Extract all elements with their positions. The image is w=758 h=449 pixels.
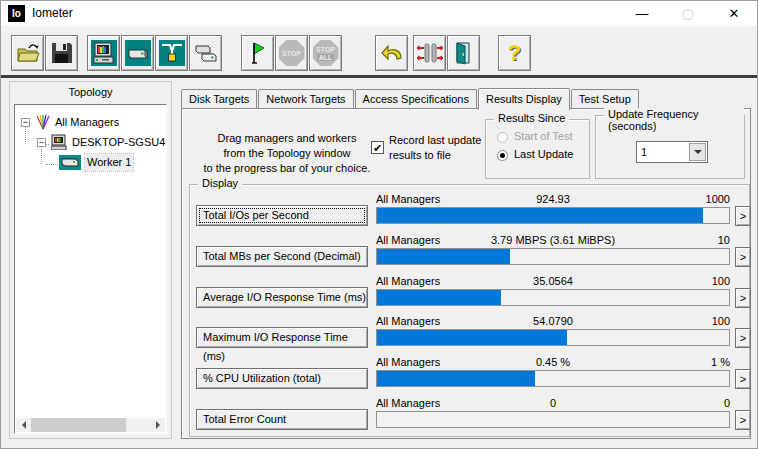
scroll-right-arrow-icon[interactable]: [150, 418, 165, 432]
toolbar: STOP STOPALL ?: [1, 26, 757, 75]
help-button[interactable]: ?: [498, 35, 531, 71]
exchange-arrows-icon: [417, 41, 443, 65]
duplicate-worker-button[interactable]: [189, 35, 222, 71]
maximum-io-response-time-button[interactable]: Maximum I/O Response Time (ms): [196, 327, 368, 348]
average-io-response-time-button[interactable]: Average I/O Response Time (ms): [196, 287, 368, 308]
all-managers-icon: [35, 114, 51, 130]
stop-icon: STOP: [279, 40, 305, 66]
tab-results-display[interactable]: Results Display: [478, 88, 570, 110]
total-ios-per-second-button[interactable]: Total I/Os per Second: [196, 205, 368, 226]
tree-horizontal-scrollbar[interactable]: [16, 418, 165, 432]
toolbar-divider: [1, 75, 757, 78]
display-title: Display: [198, 177, 242, 189]
expand-row-button[interactable]: >: [735, 410, 751, 430]
topology-tree: − All Managers − DESKTOP-SGSU4 Worker 1: [14, 104, 167, 434]
new-disk-worker-button[interactable]: [121, 35, 154, 71]
tree-item-label: Worker 1: [85, 154, 133, 171]
display-group: Display Total I/Os per Second All Manage…: [189, 184, 750, 437]
tree-connector: [46, 164, 58, 165]
metric-row-total-errors: Total Error Count All Managers 0 0 >: [190, 397, 748, 435]
metric-row-total-mbs: Total MBs per Second (Decimal) All Manag…: [190, 234, 748, 272]
start-of-test-label: Start of Test: [514, 130, 573, 142]
save-file-button[interactable]: [45, 35, 78, 71]
tab-network-targets[interactable]: Network Targets: [258, 89, 353, 108]
tab-strip: Disk TargetsNetwork TargetsAccess Specif…: [181, 86, 751, 108]
cpu-utilization-button[interactable]: % CPU Utilization (total): [196, 368, 368, 389]
open-folder-icon: [16, 43, 40, 63]
progress-fill: [377, 208, 703, 223]
metric-row-avg-response: Average I/O Response Time (ms) All Manag…: [190, 275, 748, 313]
expand-row-button[interactable]: >: [735, 369, 751, 389]
maximize-button: ▢: [665, 1, 711, 26]
stop-all-tests-button: STOPALL: [309, 35, 342, 71]
tab-access-specifications[interactable]: Access Specifications: [355, 89, 477, 108]
last-update-radio[interactable]: [497, 150, 508, 161]
progress-bar[interactable]: [376, 370, 730, 387]
tree-item-label: All Managers: [55, 114, 119, 131]
row-max: 10: [376, 234, 730, 246]
network-worker-icon: [159, 40, 185, 66]
stop-test-button: STOP: [275, 35, 308, 71]
iometer-window: Io Iometer — ▢ ✕: [0, 0, 758, 449]
results-since-title: Results Since: [494, 112, 569, 124]
update-frequency-value: 1: [641, 142, 647, 162]
exchange-settings-button[interactable]: [413, 35, 446, 71]
expand-row-button[interactable]: >: [735, 288, 751, 308]
tab-test-setup[interactable]: Test Setup: [571, 89, 639, 108]
total-error-count-button[interactable]: Total Error Count: [196, 409, 368, 430]
update-frequency-title: Update Frequency (seconds): [604, 108, 744, 132]
close-button[interactable]: ✕: [711, 1, 757, 26]
progress-bar[interactable]: [376, 207, 730, 224]
collapse-icon[interactable]: −: [21, 118, 30, 127]
row-max: 1000: [376, 193, 730, 205]
chevron-down-icon[interactable]: [689, 143, 706, 161]
expand-row-button[interactable]: >: [735, 247, 751, 267]
progress-fill: [377, 249, 510, 264]
tree-item-label: DESKTOP-SGSU4: [72, 134, 165, 151]
check-icon: ✔: [373, 142, 382, 154]
title-bar: Io Iometer — ▢ ✕: [1, 1, 757, 26]
scrollbar-thumb[interactable]: [31, 418, 126, 432]
drag-hint-text: Drag managers and workers from the Topol…: [196, 131, 378, 176]
tab-disk-targets[interactable]: Disk Targets: [181, 89, 257, 108]
update-frequency-dropdown[interactable]: 1: [636, 141, 708, 163]
record-last-update-label: Record last update results to file: [389, 133, 489, 163]
topology-panel: Topology − All Managers − DESKTOP-SGSU4: [9, 81, 172, 439]
row-max: 0: [376, 397, 730, 409]
open-file-button[interactable]: [11, 35, 44, 71]
save-floppy-icon: [51, 42, 73, 64]
results-display-panel: Drag managers and workers from the Topol…: [181, 108, 751, 439]
worker-icon: [59, 155, 81, 170]
start-tests-button[interactable]: [241, 35, 274, 71]
scroll-left-arrow-icon[interactable]: [16, 418, 31, 432]
reset-results-button[interactable]: [375, 35, 408, 71]
progress-fill: [377, 330, 567, 345]
new-network-worker-button[interactable]: [155, 35, 188, 71]
progress-bar[interactable]: [376, 289, 730, 306]
expand-row-button[interactable]: >: [735, 328, 751, 348]
exit-button[interactable]: [447, 35, 480, 71]
progress-fill: [377, 371, 535, 386]
progress-bar[interactable]: [376, 248, 730, 265]
metric-row-max-response: Maximum I/O Response Time (ms) All Manag…: [190, 315, 748, 353]
progress-bar[interactable]: [376, 329, 730, 346]
total-mbs-per-second-button[interactable]: Total MBs per Second (Decimal): [196, 246, 368, 267]
app-logo-icon: Io: [8, 5, 25, 22]
manager-computer-icon: [91, 40, 117, 66]
minimize-button[interactable]: —: [619, 1, 665, 26]
row-max: 1 %: [376, 356, 730, 368]
row-max: 100: [376, 315, 730, 327]
last-update-label: Last Update: [514, 148, 573, 160]
row-max: 100: [376, 275, 730, 287]
topology-title: Topology: [10, 86, 171, 98]
stop-all-icon: STOPALL: [313, 40, 339, 66]
expand-row-button[interactable]: >: [735, 206, 751, 226]
duplicate-worker-icon: [193, 42, 219, 64]
progress-bar[interactable]: [376, 411, 730, 428]
update-frequency-group: Update Frequency (seconds) 1: [595, 115, 745, 179]
record-last-update-checkbox[interactable]: ✔: [371, 141, 384, 154]
metric-row-cpu-utilization: % CPU Utilization (total) All Managers 0…: [190, 356, 748, 394]
collapse-icon[interactable]: −: [37, 138, 46, 147]
new-manager-button[interactable]: [87, 35, 120, 71]
progress-fill: [377, 290, 501, 305]
